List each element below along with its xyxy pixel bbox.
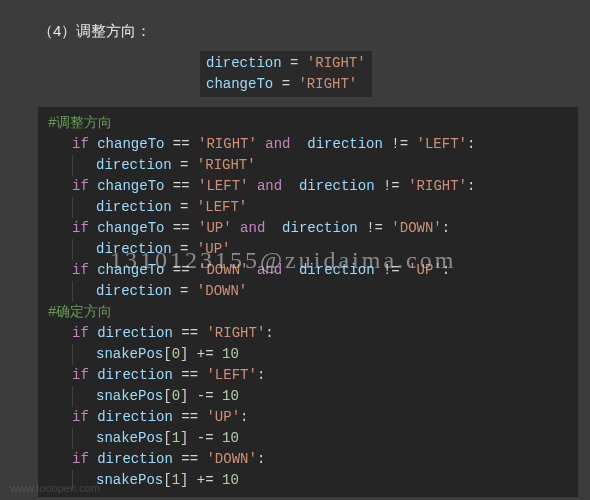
footer-watermark: www.tooopen.com: [10, 480, 100, 497]
inline-code-snippet: direction = 'RIGHT' changeTo = 'RIGHT': [200, 51, 372, 97]
code-block-main: #调整方向 if changeTo == 'RIGHT' and directi…: [38, 107, 578, 497]
section-heading: （4）调整方向：: [0, 0, 590, 51]
